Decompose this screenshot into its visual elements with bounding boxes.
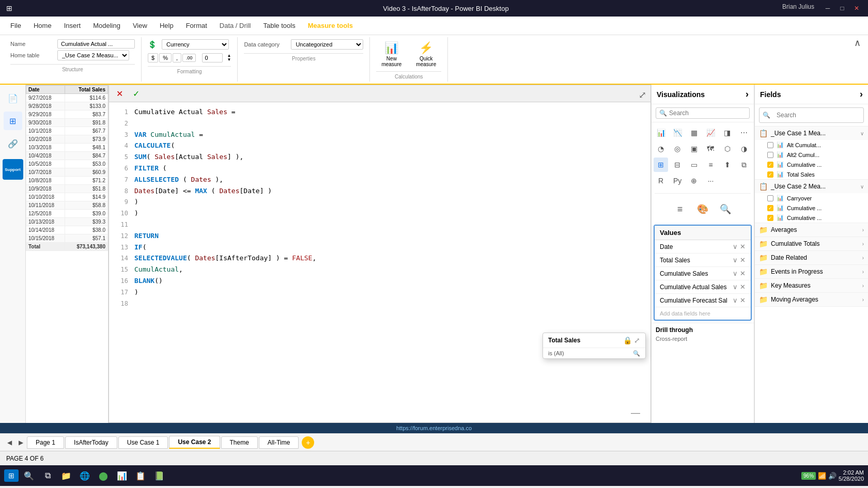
values-cum-sales-remove[interactable]: ✕ bbox=[740, 270, 746, 277]
viz-pie[interactable]: ◔ bbox=[654, 141, 668, 156]
taskbar-file-explorer[interactable]: 📁 bbox=[58, 467, 74, 484]
fields-item[interactable]: ✓ 📊 Cumulative ... bbox=[755, 213, 868, 223]
menu-home[interactable]: Home bbox=[27, 19, 58, 33]
decimal-btn[interactable]: .00 bbox=[182, 54, 196, 62]
taskbar-teams[interactable]: 📋 bbox=[132, 467, 149, 484]
minimize-code-button[interactable]: — bbox=[631, 407, 640, 418]
taskbar-chrome[interactable]: ⬤ bbox=[95, 467, 112, 484]
taskbar-task-view[interactable]: ⧉ bbox=[39, 467, 56, 484]
menu-view[interactable]: View bbox=[127, 19, 153, 33]
viz-area[interactable]: ◨ bbox=[720, 125, 735, 140]
viz-format-icon[interactable]: 🎨 bbox=[693, 200, 712, 218]
currency-select[interactable]: Currency bbox=[162, 39, 229, 50]
menu-insert[interactable]: Insert bbox=[58, 19, 87, 33]
values-total-sales-remove[interactable]: ✕ bbox=[740, 256, 746, 264]
viz-custom[interactable]: ⊕ bbox=[687, 174, 701, 188]
viz-treemap[interactable]: ▣ bbox=[687, 141, 701, 156]
viz-map[interactable]: 🗺 bbox=[703, 141, 718, 156]
support-button[interactable]: Support bbox=[3, 159, 23, 180]
fields-item[interactable]: 📊 Alt2 Cumul... bbox=[755, 150, 868, 160]
fields-item[interactable]: 📊 Carryover bbox=[755, 193, 868, 203]
expand-editor-button[interactable]: ⤢ bbox=[639, 89, 646, 101]
menu-file[interactable]: File bbox=[4, 19, 27, 33]
add-page-button[interactable]: + bbox=[302, 436, 314, 449]
fields-item[interactable]: 📊 Alt Cumulat... bbox=[755, 140, 868, 150]
viz-kpi[interactable]: ⬆ bbox=[720, 158, 735, 172]
values-date-chevron[interactable]: ∨ bbox=[733, 243, 738, 250]
fields-group-header[interactable]: 📁 Cumulative Totals › bbox=[755, 237, 868, 250]
viz-search-input[interactable] bbox=[669, 109, 746, 117]
decimal-stepper[interactable]: ▲ ▼ bbox=[227, 54, 231, 62]
menu-format[interactable]: Format bbox=[180, 19, 213, 33]
viz-card[interactable]: ▭ bbox=[687, 158, 701, 172]
menu-measure-tools[interactable]: Measure tools bbox=[302, 19, 359, 33]
fields-group-header[interactable]: 📁 Key Measures › bbox=[755, 279, 868, 292]
fields-group-header[interactable]: 📋 _Use Case 2 Mea... ∨ bbox=[755, 180, 868, 193]
viz-scatter[interactable]: ⋯ bbox=[737, 125, 751, 140]
fields-group-header[interactable]: 📋 _Use Case 1 Mea... ∨ bbox=[755, 127, 868, 140]
fields-group-header[interactable]: 📁 Events in Progress › bbox=[755, 265, 868, 278]
maximize-button[interactable]: □ bbox=[837, 3, 847, 13]
taskbar-excel[interactable]: 📗 bbox=[151, 467, 167, 484]
tab-alltime[interactable]: All-Time bbox=[259, 436, 299, 449]
page-nav-next[interactable]: ▶ bbox=[16, 437, 26, 448]
quick-measure-button[interactable]: ⚡ Quickmeasure bbox=[411, 39, 441, 69]
fields-item[interactable]: ✓ 📊 Cumulative ... bbox=[755, 160, 868, 169]
start-button[interactable]: ⊞ bbox=[4, 469, 19, 482]
name-input[interactable] bbox=[57, 39, 135, 49]
fields-item-checkbox[interactable]: ✓ bbox=[767, 215, 773, 221]
fields-item-checkbox[interactable] bbox=[767, 152, 773, 158]
viz-line[interactable]: 📈 bbox=[703, 125, 718, 140]
add-data-fields[interactable]: Add data fields here bbox=[655, 307, 751, 320]
tab-use-case2[interactable]: Use Case 2 bbox=[169, 436, 220, 449]
viz-table[interactable]: ⊞ bbox=[654, 158, 668, 172]
filter-lock-icon[interactable]: 🔒 bbox=[623, 336, 632, 344]
fields-group-header[interactable]: 📁 Moving Averages › bbox=[755, 293, 868, 306]
fields-item-checkbox[interactable]: ✓ bbox=[767, 162, 773, 168]
tab-use-case1[interactable]: Use Case 1 bbox=[118, 436, 168, 449]
viz-stacked-bar[interactable]: 📊 bbox=[654, 125, 668, 140]
values-cum-forecast-chevron[interactable]: ∨ bbox=[733, 296, 738, 304]
menu-help[interactable]: Help bbox=[153, 19, 180, 33]
tab-isaftertoday[interactable]: IsAfterToday bbox=[65, 436, 117, 449]
fields-search-input[interactable] bbox=[772, 109, 860, 121]
dollar-btn[interactable]: $ bbox=[148, 53, 158, 62]
values-date-remove[interactable]: ✕ bbox=[740, 243, 746, 250]
filter-search-icon[interactable]: 🔍 bbox=[633, 350, 640, 357]
values-cum-sales-chevron[interactable]: ∨ bbox=[733, 270, 738, 277]
tab-page1[interactable]: Page 1 bbox=[27, 436, 64, 449]
code-editor[interactable]: 1Cumulative Actual Sales =2 3VAR CumulAc… bbox=[109, 102, 650, 422]
fields-item-checkbox[interactable]: ✓ bbox=[767, 205, 773, 211]
taskbar-search[interactable]: 🔍 bbox=[21, 467, 37, 484]
fields-group-header[interactable]: 📁 Averages › bbox=[755, 223, 868, 237]
values-cum-actual-chevron[interactable]: ∨ bbox=[733, 283, 738, 291]
fields-expand-icon[interactable]: › bbox=[860, 89, 863, 100]
menu-data-drill[interactable]: Data / Drill bbox=[213, 19, 257, 33]
viz-donut[interactable]: ◎ bbox=[670, 141, 685, 156]
confirm-formula-button[interactable]: ✓ bbox=[130, 87, 142, 100]
viz-expand-icon[interactable]: › bbox=[746, 89, 749, 100]
data-view-icon[interactable]: ⊞ bbox=[4, 112, 22, 130]
fields-item[interactable]: ✓ 📊 Total Sales bbox=[755, 169, 868, 179]
fields-item-checkbox[interactable] bbox=[767, 195, 773, 201]
values-cum-actual-remove[interactable]: ✕ bbox=[740, 283, 746, 291]
home-table-select[interactable]: _Use Case 2 Measu... bbox=[57, 50, 129, 60]
viz-100pct-bar[interactable]: ▦ bbox=[687, 125, 701, 140]
data-category-select[interactable]: Uncategorized bbox=[291, 39, 363, 50]
viz-r[interactable]: R bbox=[654, 174, 668, 188]
close-button[interactable]: ✕ bbox=[851, 3, 862, 13]
comma-btn[interactable]: , bbox=[173, 53, 181, 62]
viz-more[interactable]: ··· bbox=[703, 174, 718, 188]
cancel-formula-button[interactable]: ✕ bbox=[113, 87, 126, 100]
viz-fields-icon[interactable]: ≡ bbox=[671, 200, 689, 218]
decimal-places-input[interactable] bbox=[202, 53, 223, 62]
taskbar-powerbi[interactable]: 📊 bbox=[114, 467, 130, 484]
minimize-button[interactable]: ─ bbox=[823, 3, 833, 13]
fields-item[interactable]: ✓ 📊 Cumulative ... bbox=[755, 203, 868, 213]
viz-clustered-bar[interactable]: 📉 bbox=[670, 125, 685, 140]
viz-funnel[interactable]: ⬡ bbox=[720, 141, 735, 156]
values-total-sales-chevron[interactable]: ∨ bbox=[733, 256, 738, 264]
fields-group-header[interactable]: 📁 Date Related › bbox=[755, 251, 868, 264]
viz-multirow-card[interactable]: ≡ bbox=[703, 158, 718, 172]
viz-matrix[interactable]: ⊟ bbox=[670, 158, 685, 172]
